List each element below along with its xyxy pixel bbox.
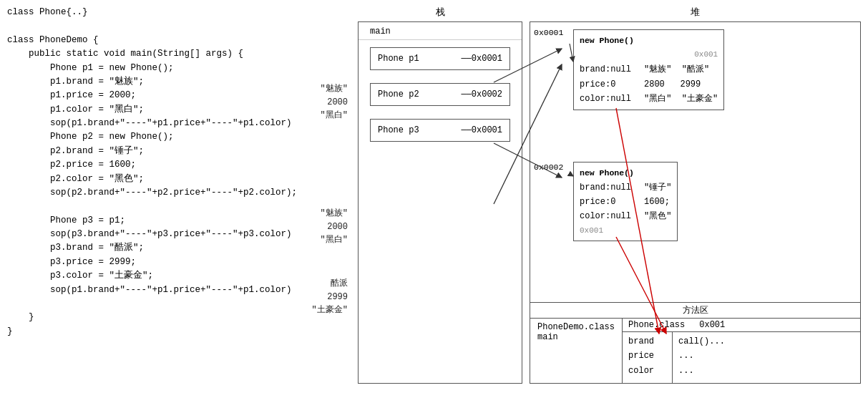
output-annotation-1: "魅族"2000"黑白" (321, 82, 348, 122)
heap-obj-2-fields: brand:null price:0 color:null 0x001 "锤子"… (580, 180, 671, 238)
addr-0x0001-label: 0x0001 (534, 28, 563, 37)
heap-obj-1-fields: brand:null price:0 color:null "魅族" "酷派" … (580, 62, 718, 106)
heap-obj-2-brand: brand:null (580, 180, 631, 195)
stack-frame-p2: Phone p2 ——0x0002 (370, 83, 510, 106)
heap-obj-2-brand-val: "锤子" (644, 180, 671, 195)
code-line-5: p1.brand = "魅族"; (7, 75, 343, 89)
heap-obj-1-title: new Phone() (580, 34, 718, 48)
heap-obj-1-price: price:0 (580, 77, 631, 92)
code-line-8: sop(p1.brand+"----"+p1.price+"----"+p1.c… (7, 117, 343, 130)
method-phone-field-color: color (628, 364, 666, 378)
code-line-12: p2.color = "黑色"; (7, 173, 343, 186)
heap-obj-1-price-val: 2800 2999 (644, 77, 718, 92)
code-line-21: } (7, 325, 343, 339)
heap-obj-2-addr-bottom: 0x001 (580, 224, 631, 238)
heap-obj-1-brand-val: "魅族" "酷派" (644, 62, 718, 77)
heap-obj-2: new Phone() brand:null price:0 color:nul… (573, 162, 678, 241)
code-line-9: Phone p2 = new Phone(); (7, 130, 343, 144)
method-phonedemo-block: PhoneDemo.class main (530, 319, 623, 383)
code-line-17: p3.price = 2999; (7, 256, 343, 269)
code-line-6: p1.price = 2000; (7, 89, 343, 102)
method-phone-methods: call()... ... ... (673, 332, 731, 383)
method-phone-call: call()... (678, 334, 725, 349)
method-phone-field-brand: brand (628, 334, 666, 349)
method-area-title: 方法区 (530, 303, 860, 319)
stack-frame-p1: Phone p1 ——0x0001 (370, 47, 510, 70)
heap-title: 堆 (530, 6, 861, 19)
code-line-18: p3.color = "土豪金"; (7, 269, 343, 283)
heap-obj-1: new Phone() 0x001 brand:null price:0 col… (573, 29, 724, 110)
heap-obj-2-color-val: "黑色" (644, 209, 671, 223)
method-phonedemo-main: main (537, 332, 615, 342)
code-line-14: Phone p3 = p1; (7, 214, 343, 228)
method-phone-class-name: Phone.class (628, 320, 685, 330)
code-line-2: class PhoneDemo { (7, 34, 343, 47)
stack-frame-p2-addr: ——0x0002 (461, 89, 502, 100)
method-phone-fields: brand price color (623, 332, 673, 383)
heap-obj-2-title: new Phone() (580, 166, 671, 180)
code-line-3: public static void main(String[] args) { (7, 47, 343, 61)
stack-frame-p3-label: Phone p3 (378, 125, 419, 135)
code-line-10: p2.brand = "锤子"; (7, 145, 343, 158)
addr-0x0002-label: 0x0002 (534, 162, 563, 172)
heap-obj-1-addr-top: 0x001 (580, 48, 718, 62)
output-annotation-2: "魅族"2000"黑白" (321, 207, 348, 247)
method-phone-addr: 0x001 (699, 320, 725, 330)
stack-frame-p3-addr: ——0x0001 (461, 125, 502, 135)
method-phone-etc2: ... (678, 364, 725, 378)
code-line-7: p1.color = "黑白"; (7, 103, 343, 117)
method-phone-field-price: price (628, 349, 666, 363)
heap-obj-2-price-val: 1600; (644, 195, 671, 209)
method-area: 方法区 PhoneDemo.class main Phone.class 0x0… (530, 302, 860, 383)
heap-obj-1-color-val: "黑白" "土豪金" (644, 92, 718, 106)
stack-main-label: main (359, 22, 522, 40)
stack-frame-p3: Phone p3 ——0x0001 (370, 119, 510, 142)
code-line-blank3 (7, 297, 343, 311)
code-line-4: Phone p1 = new Phone(); (7, 62, 343, 75)
stack-frame-p1-addr: ——0x0001 (461, 54, 502, 64)
heap-obj-2-color: color:null (580, 209, 631, 223)
code-panel: class Phone{..} class PhoneDemo { public… (0, 0, 351, 398)
method-phone-header: Phone.class 0x001 (623, 319, 860, 332)
heap-obj-2-price: price:0 (580, 195, 631, 209)
stack-frame-p2-label: Phone p2 (378, 89, 419, 100)
code-line-1: class Phone{..} (7, 6, 343, 19)
code-line-11: p2.price = 1600; (7, 158, 343, 172)
code-line-20: } (7, 311, 343, 324)
code-line-blank1 (7, 19, 343, 33)
method-phonedemo-name: PhoneDemo.class (537, 322, 615, 332)
code-line-19: sop(p1.brand+"----"+p1.price+"----"+p1.c… (7, 283, 343, 297)
code-line-16: p3.brand = "酷派"; (7, 241, 343, 255)
heap-obj-1-brand: brand:null (580, 62, 631, 77)
method-phone-block: Phone.class 0x001 brand price color call… (623, 319, 860, 383)
output-annotation-3: 酷派2999"土豪金" (312, 277, 348, 317)
heap-obj-1-color: color:null (580, 92, 631, 106)
stack-title: 栈 (358, 6, 522, 19)
stack-frame-p1-label: Phone p1 (378, 54, 419, 64)
method-phone-etc: ... (678, 349, 725, 363)
code-line-15: sop(p3.brand+"----"+p3.price+"----"+p3.c… (7, 228, 343, 241)
code-line-blank2 (7, 200, 343, 213)
code-line-13: sop(p2.brand+"----"+p2.price+"----"+p2.c… (7, 186, 343, 200)
